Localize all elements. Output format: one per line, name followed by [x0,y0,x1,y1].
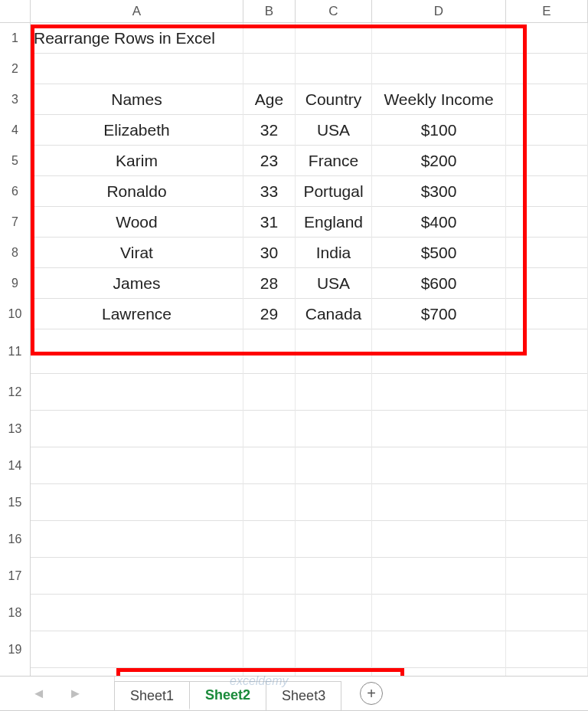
cell-B13[interactable] [243,411,296,447]
sheet-tab-sheet3[interactable]: Sheet3 [266,681,341,710]
cell-C13[interactable] [296,411,372,447]
cell-B10[interactable]: 29 [243,299,296,329]
cell-D6[interactable]: $300 [372,176,506,207]
cell-E13[interactable] [506,411,588,447]
cell-B11[interactable] [243,329,296,374]
cell-E19[interactable] [506,631,588,668]
cell-A8[interactable]: Virat [31,238,243,268]
row-header-2[interactable]: 2 [0,54,31,84]
cell-C8[interactable]: India [296,238,372,268]
select-all-corner[interactable] [0,0,31,23]
nav-prev-icon[interactable]: ◄ [32,686,46,702]
cell-E2[interactable] [506,54,588,84]
cell-C12[interactable] [296,374,372,411]
cell-C17[interactable] [296,558,372,595]
column-header-B[interactable]: B [243,0,296,22]
nav-next-icon[interactable]: ► [69,686,83,702]
cell-A12[interactable] [31,374,243,411]
cell-B12[interactable] [243,374,296,411]
cell-D8[interactable]: $500 [372,238,506,268]
cell-A19[interactable] [31,631,243,668]
cell-D10[interactable]: $700 [372,299,506,329]
cell-A17[interactable] [31,558,243,595]
row-header-14[interactable]: 14 [0,447,31,484]
cell-C1[interactable] [296,23,372,54]
cell-D7[interactable]: $400 [372,207,506,238]
cell-D13[interactable] [372,411,506,447]
cell-A2[interactable] [31,54,243,84]
cell-C15[interactable] [296,484,372,521]
cell-B8[interactable]: 30 [243,238,296,268]
row-header-15[interactable]: 15 [0,484,31,521]
row-header-1[interactable]: 1 [0,23,31,54]
cell-C6[interactable]: Portugal [296,176,372,207]
cell-A1[interactable]: Rearrange Rows in Excel [31,23,243,54]
cell-C7[interactable]: England [296,207,372,238]
row-header-3[interactable]: 3 [0,84,31,115]
cell-B3[interactable]: Age [243,84,296,115]
row-header-10[interactable]: 10 [0,299,31,329]
column-header-D[interactable]: D [372,0,506,22]
cell-D12[interactable] [372,374,506,411]
cell-C10[interactable]: Canada [296,299,372,329]
cell-E17[interactable] [506,558,588,595]
cell-B19[interactable] [243,631,296,668]
cell-B15[interactable] [243,484,296,521]
cell-B1[interactable] [243,23,296,54]
cell-B6[interactable]: 33 [243,176,296,207]
row-header-5[interactable]: 5 [0,146,31,176]
cell-B17[interactable] [243,558,296,595]
row-header-19[interactable]: 19 [0,631,31,668]
cell-E12[interactable] [506,374,588,411]
cell-E7[interactable] [506,207,588,238]
cell-A16[interactable] [31,521,243,558]
cell-C11[interactable] [296,329,372,374]
cell-A4[interactable]: Elizabeth [31,115,243,146]
row-header-7[interactable]: 7 [0,207,31,238]
cell-E5[interactable] [506,146,588,176]
row-header-11[interactable]: 11 [0,329,31,374]
cell-E9[interactable] [506,268,588,299]
row-header-13[interactable]: 13 [0,411,31,447]
cell-C19[interactable] [296,631,372,668]
cell-E16[interactable] [506,521,588,558]
cell-E14[interactable] [506,447,588,484]
row-header-17[interactable]: 17 [0,558,31,595]
cell-D19[interactable] [372,631,506,668]
cell-D18[interactable] [372,595,506,631]
cell-D14[interactable] [372,447,506,484]
cell-C14[interactable] [296,447,372,484]
cell-D16[interactable] [372,521,506,558]
cell-E11[interactable] [506,329,588,374]
cell-D4[interactable]: $100 [372,115,506,146]
cell-E4[interactable] [506,115,588,146]
add-sheet-button[interactable]: + [360,682,383,705]
cell-C3[interactable]: Country [296,84,372,115]
cell-A10[interactable]: Lawrence [31,299,243,329]
cell-C4[interactable]: USA [296,115,372,146]
cell-A13[interactable] [31,411,243,447]
row-header-4[interactable]: 4 [0,115,31,146]
row-header-8[interactable]: 8 [0,238,31,268]
column-header-A[interactable]: A [31,0,243,22]
cell-B14[interactable] [243,447,296,484]
cell-C16[interactable] [296,521,372,558]
cell-E8[interactable] [506,238,588,268]
cell-C2[interactable] [296,54,372,84]
cell-D11[interactable] [372,329,506,374]
cell-E15[interactable] [506,484,588,521]
cell-E18[interactable] [506,595,588,631]
cell-A18[interactable] [31,595,243,631]
cell-D3[interactable]: Weekly Income [372,84,506,115]
row-header-6[interactable]: 6 [0,176,31,207]
cell-A14[interactable] [31,447,243,484]
cell-E6[interactable] [506,176,588,207]
sheet-tab-sheet1[interactable]: Sheet1 [114,681,190,710]
column-header-E[interactable]: E [506,0,588,22]
cell-E3[interactable] [506,84,588,115]
row-header-16[interactable]: 16 [0,521,31,558]
cell-B9[interactable]: 28 [243,268,296,299]
cell-C5[interactable]: France [296,146,372,176]
cell-D17[interactable] [372,558,506,595]
cell-A5[interactable]: Karim [31,146,243,176]
